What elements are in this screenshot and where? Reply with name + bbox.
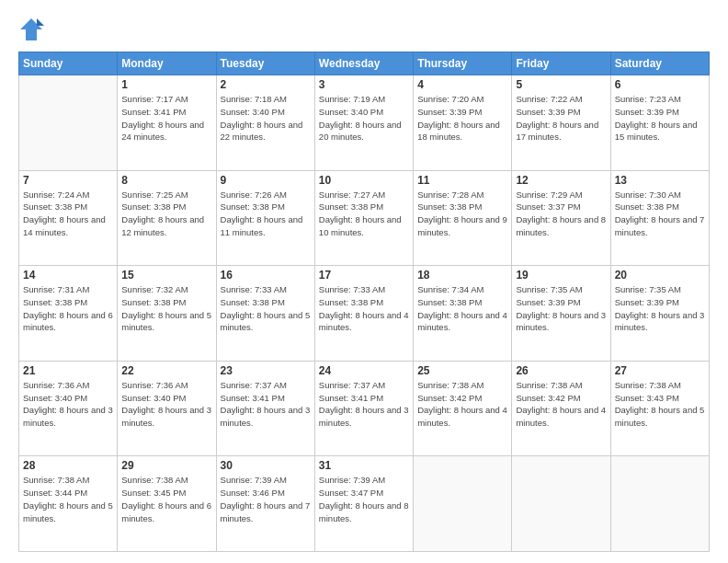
day-info: Sunrise: 7:23 AMSunset: 3:39 PMDaylight:… bbox=[615, 93, 705, 144]
weekday-header: Saturday bbox=[610, 52, 709, 75]
weekday-header: Thursday bbox=[414, 52, 512, 75]
calendar-cell: 22Sunrise: 7:36 AMSunset: 3:40 PMDayligh… bbox=[118, 361, 216, 456]
day-info: Sunrise: 7:39 AMSunset: 3:47 PMDaylight:… bbox=[319, 474, 409, 524]
day-info: Sunrise: 7:17 AMSunset: 3:41 PMDaylight:… bbox=[121, 93, 211, 144]
day-number: 29 bbox=[121, 459, 211, 472]
day-info: Sunrise: 7:34 AMSunset: 3:38 PMDaylight:… bbox=[417, 283, 507, 334]
day-info: Sunrise: 7:36 AMSunset: 3:40 PMDaylight:… bbox=[23, 379, 113, 430]
calendar-cell bbox=[512, 456, 610, 552]
day-number: 27 bbox=[615, 364, 705, 377]
day-info: Sunrise: 7:32 AMSunset: 3:38 PMDaylight:… bbox=[121, 283, 211, 334]
svg-marker-1 bbox=[37, 18, 44, 26]
weekday-header: Sunday bbox=[19, 52, 118, 75]
day-info: Sunrise: 7:25 AMSunset: 3:38 PMDaylight:… bbox=[121, 189, 211, 239]
calendar-cell: 31Sunrise: 7:39 AMSunset: 3:47 PMDayligh… bbox=[314, 456, 413, 552]
day-info: Sunrise: 7:38 AMSunset: 3:45 PMDaylight:… bbox=[121, 474, 211, 524]
calendar-cell: 29Sunrise: 7:38 AMSunset: 3:45 PMDayligh… bbox=[118, 456, 216, 552]
calendar-cell: 8Sunrise: 7:25 AMSunset: 3:38 PMDaylight… bbox=[118, 170, 216, 266]
calendar-cell: 2Sunrise: 7:18 AMSunset: 3:40 PMDaylight… bbox=[216, 75, 314, 171]
day-number: 12 bbox=[516, 174, 606, 187]
calendar-cell: 1Sunrise: 7:17 AMSunset: 3:41 PMDaylight… bbox=[118, 75, 216, 171]
logo-icon bbox=[18, 17, 44, 42]
calendar-cell: 28Sunrise: 7:38 AMSunset: 3:44 PMDayligh… bbox=[19, 456, 118, 552]
day-number: 15 bbox=[121, 269, 211, 282]
day-number: 17 bbox=[319, 269, 409, 282]
page: SundayMondayTuesdayWednesdayThursdayFrid… bbox=[0, 0, 728, 563]
calendar-cell bbox=[19, 75, 118, 171]
calendar-cell: 3Sunrise: 7:19 AMSunset: 3:40 PMDaylight… bbox=[314, 75, 413, 171]
day-info: Sunrise: 7:36 AMSunset: 3:40 PMDaylight:… bbox=[121, 379, 211, 430]
day-number: 26 bbox=[516, 364, 606, 377]
calendar-cell: 18Sunrise: 7:34 AMSunset: 3:38 PMDayligh… bbox=[414, 266, 512, 362]
day-info: Sunrise: 7:35 AMSunset: 3:39 PMDaylight:… bbox=[516, 283, 606, 334]
day-info: Sunrise: 7:37 AMSunset: 3:41 PMDaylight:… bbox=[319, 379, 409, 430]
weekday-header: Tuesday bbox=[216, 52, 314, 75]
day-number: 11 bbox=[417, 174, 507, 187]
day-info: Sunrise: 7:35 AMSunset: 3:39 PMDaylight:… bbox=[615, 283, 705, 334]
day-number: 18 bbox=[417, 269, 507, 282]
calendar-cell: 24Sunrise: 7:37 AMSunset: 3:41 PMDayligh… bbox=[314, 361, 413, 456]
calendar-cell: 13Sunrise: 7:30 AMSunset: 3:38 PMDayligh… bbox=[610, 170, 709, 266]
weekday-header: Monday bbox=[118, 52, 216, 75]
day-number: 13 bbox=[615, 174, 705, 187]
calendar-table: SundayMondayTuesdayWednesdayThursdayFrid… bbox=[18, 52, 710, 552]
calendar-cell: 26Sunrise: 7:38 AMSunset: 3:42 PMDayligh… bbox=[512, 361, 610, 456]
day-info: Sunrise: 7:38 AMSunset: 3:42 PMDaylight:… bbox=[417, 379, 507, 430]
day-number: 3 bbox=[319, 78, 409, 91]
calendar-cell: 23Sunrise: 7:37 AMSunset: 3:41 PMDayligh… bbox=[216, 361, 314, 456]
day-info: Sunrise: 7:37 AMSunset: 3:41 PMDaylight:… bbox=[221, 379, 311, 430]
day-info: Sunrise: 7:29 AMSunset: 3:37 PMDaylight:… bbox=[516, 189, 606, 239]
calendar-cell: 20Sunrise: 7:35 AMSunset: 3:39 PMDayligh… bbox=[610, 266, 709, 362]
calendar-cell: 27Sunrise: 7:38 AMSunset: 3:43 PMDayligh… bbox=[610, 361, 709, 456]
day-number: 1 bbox=[121, 78, 211, 91]
day-number: 28 bbox=[23, 459, 113, 472]
day-number: 8 bbox=[121, 174, 211, 187]
day-number: 14 bbox=[23, 269, 113, 282]
day-number: 6 bbox=[615, 78, 705, 91]
day-number: 22 bbox=[121, 364, 211, 377]
calendar-cell bbox=[414, 456, 512, 552]
day-info: Sunrise: 7:33 AMSunset: 3:38 PMDaylight:… bbox=[221, 283, 311, 334]
calendar-cell: 30Sunrise: 7:39 AMSunset: 3:46 PMDayligh… bbox=[216, 456, 314, 552]
calendar-week-row: 14Sunrise: 7:31 AMSunset: 3:38 PMDayligh… bbox=[19, 266, 710, 362]
day-number: 10 bbox=[319, 174, 409, 187]
day-info: Sunrise: 7:26 AMSunset: 3:38 PMDaylight:… bbox=[221, 189, 311, 239]
day-info: Sunrise: 7:24 AMSunset: 3:38 PMDaylight:… bbox=[23, 189, 113, 239]
day-number: 21 bbox=[23, 364, 113, 377]
calendar-cell: 5Sunrise: 7:22 AMSunset: 3:39 PMDaylight… bbox=[512, 75, 610, 171]
calendar-week-row: 7Sunrise: 7:24 AMSunset: 3:38 PMDaylight… bbox=[19, 170, 710, 266]
day-info: Sunrise: 7:22 AMSunset: 3:39 PMDaylight:… bbox=[516, 93, 606, 144]
day-number: 25 bbox=[417, 364, 507, 377]
day-number: 19 bbox=[516, 269, 606, 282]
calendar-cell: 4Sunrise: 7:20 AMSunset: 3:39 PMDaylight… bbox=[414, 75, 512, 171]
calendar-week-row: 28Sunrise: 7:38 AMSunset: 3:44 PMDayligh… bbox=[19, 456, 710, 552]
calendar-cell: 14Sunrise: 7:31 AMSunset: 3:38 PMDayligh… bbox=[19, 266, 118, 362]
day-info: Sunrise: 7:20 AMSunset: 3:39 PMDaylight:… bbox=[417, 93, 507, 144]
weekday-header: Wednesday bbox=[314, 52, 413, 75]
day-info: Sunrise: 7:39 AMSunset: 3:46 PMDaylight:… bbox=[221, 474, 311, 524]
calendar-header-row: SundayMondayTuesdayWednesdayThursdayFrid… bbox=[19, 52, 710, 75]
day-info: Sunrise: 7:38 AMSunset: 3:44 PMDaylight:… bbox=[23, 474, 113, 524]
day-number: 5 bbox=[516, 78, 606, 91]
weekday-header: Friday bbox=[512, 52, 610, 75]
day-number: 9 bbox=[221, 174, 311, 187]
calendar-cell bbox=[610, 456, 709, 552]
day-info: Sunrise: 7:18 AMSunset: 3:40 PMDaylight:… bbox=[221, 93, 311, 144]
day-info: Sunrise: 7:27 AMSunset: 3:38 PMDaylight:… bbox=[319, 189, 409, 239]
calendar-cell: 25Sunrise: 7:38 AMSunset: 3:42 PMDayligh… bbox=[414, 361, 512, 456]
day-number: 2 bbox=[221, 78, 311, 91]
calendar-week-row: 1Sunrise: 7:17 AMSunset: 3:41 PMDaylight… bbox=[19, 75, 710, 171]
calendar-cell: 11Sunrise: 7:28 AMSunset: 3:38 PMDayligh… bbox=[414, 170, 512, 266]
day-info: Sunrise: 7:33 AMSunset: 3:38 PMDaylight:… bbox=[319, 283, 409, 334]
calendar-cell: 19Sunrise: 7:35 AMSunset: 3:39 PMDayligh… bbox=[512, 266, 610, 362]
logo bbox=[18, 17, 48, 42]
day-info: Sunrise: 7:19 AMSunset: 3:40 PMDaylight:… bbox=[319, 93, 409, 144]
day-info: Sunrise: 7:30 AMSunset: 3:38 PMDaylight:… bbox=[615, 189, 705, 239]
day-info: Sunrise: 7:28 AMSunset: 3:38 PMDaylight:… bbox=[417, 189, 507, 239]
calendar-cell: 7Sunrise: 7:24 AMSunset: 3:38 PMDaylight… bbox=[19, 170, 118, 266]
day-info: Sunrise: 7:38 AMSunset: 3:43 PMDaylight:… bbox=[615, 379, 705, 430]
day-info: Sunrise: 7:38 AMSunset: 3:42 PMDaylight:… bbox=[516, 379, 606, 430]
day-number: 20 bbox=[615, 269, 705, 282]
header bbox=[18, 17, 710, 42]
day-number: 7 bbox=[23, 174, 113, 187]
